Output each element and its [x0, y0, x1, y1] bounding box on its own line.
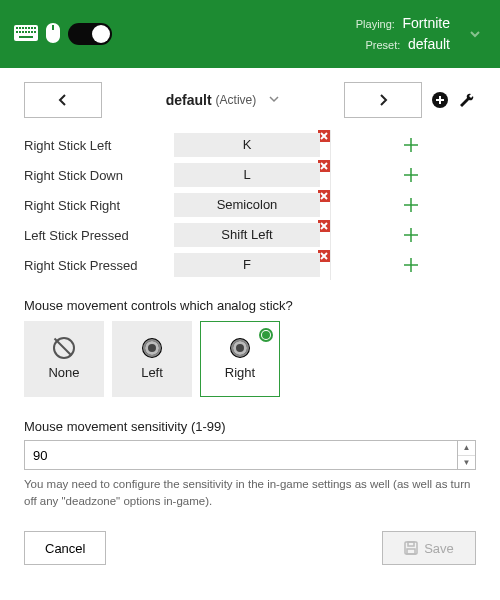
- svg-rect-2: [19, 27, 21, 29]
- svg-rect-9: [19, 31, 21, 33]
- stick-option-none[interactable]: None: [24, 321, 104, 397]
- mapping-label: Right Stick Right: [24, 198, 174, 213]
- stick-option-right[interactable]: Right: [200, 321, 280, 397]
- add-preset-button[interactable]: [430, 90, 450, 110]
- preset-status-text: (Active): [216, 93, 257, 107]
- footer: Cancel Save: [10, 509, 490, 565]
- add-mapping-button[interactable]: [330, 190, 490, 220]
- main-panel: default (Active) Right Stick Left K Righ…: [0, 68, 500, 600]
- preset-name-text: default: [166, 92, 212, 108]
- stick-option-left[interactable]: Left: [112, 321, 192, 397]
- mapping-key[interactable]: K: [174, 133, 320, 157]
- mapping-label: Left Stick Pressed: [24, 228, 174, 243]
- spinner-up[interactable]: ▲: [458, 441, 475, 456]
- save-button: Save: [382, 531, 476, 565]
- svg-rect-12: [28, 31, 30, 33]
- mapping-key[interactable]: F: [174, 253, 320, 277]
- spinner-down[interactable]: ▼: [458, 456, 475, 470]
- app-header: Playing: Fortnite Preset: default: [0, 0, 500, 68]
- svg-rect-8: [16, 31, 18, 33]
- add-mapping-button[interactable]: [330, 160, 490, 190]
- svg-rect-6: [31, 27, 33, 29]
- preset-bar: default (Active): [10, 82, 490, 130]
- svg-rect-14: [34, 31, 36, 33]
- mouse-stick-question: Mouse movement controls which analog sti…: [10, 280, 490, 321]
- svg-rect-11: [25, 31, 27, 33]
- preset-value: default: [408, 36, 450, 52]
- svg-rect-4: [25, 27, 27, 29]
- playing-label: Playing:: [356, 18, 395, 30]
- stick-option-group: None Left Right: [10, 321, 490, 397]
- sensitivity-spinner: ▲ ▼: [458, 440, 476, 470]
- mapping-label: Right Stick Down: [24, 168, 174, 183]
- stick-option-label: Left: [141, 365, 163, 380]
- svg-rect-1: [16, 27, 18, 29]
- mapping-key[interactable]: L: [174, 163, 320, 187]
- mapping-table: Right Stick Left K Right Stick Down L Ri…: [10, 130, 490, 280]
- table-row: Left Stick Pressed Shift Left: [24, 220, 490, 250]
- svg-rect-15: [19, 36, 33, 38]
- sensitivity-input[interactable]: [24, 440, 458, 470]
- svg-rect-5: [28, 27, 30, 29]
- playing-value: Fortnite: [403, 15, 450, 31]
- svg-rect-10: [22, 31, 24, 33]
- master-toggle[interactable]: [68, 23, 112, 45]
- table-row: Right Stick Left K: [24, 130, 490, 160]
- prev-preset-button[interactable]: [24, 82, 102, 118]
- chevron-down-icon: [268, 93, 280, 108]
- keyboard-icon: [14, 25, 38, 44]
- svg-rect-16: [52, 25, 54, 30]
- table-row: Right Stick Right Semicolon: [24, 190, 490, 220]
- header-expand-icon[interactable]: [464, 23, 486, 45]
- none-icon: [55, 339, 73, 357]
- preset-label: Preset:: [365, 39, 400, 51]
- header-left: [14, 23, 112, 46]
- cancel-button[interactable]: Cancel: [24, 531, 106, 565]
- radio-indicator: [259, 328, 273, 342]
- header-right: Playing: Fortnite Preset: default: [356, 13, 486, 55]
- mapping-label: Right Stick Pressed: [24, 258, 174, 273]
- cancel-button-label: Cancel: [45, 541, 85, 556]
- stick-option-label: None: [48, 365, 79, 380]
- save-icon: [404, 541, 418, 555]
- svg-rect-3: [22, 27, 24, 29]
- sensitivity-label: Mouse movement sensitivity (1-99): [10, 397, 490, 440]
- analog-stick-icon: [143, 339, 161, 357]
- svg-rect-7: [34, 27, 36, 29]
- preset-dropdown[interactable]: default (Active): [110, 92, 336, 108]
- settings-button[interactable]: [458, 91, 476, 109]
- svg-rect-41: [408, 542, 414, 546]
- mapping-key[interactable]: Shift Left: [174, 223, 320, 247]
- header-info: Playing: Fortnite Preset: default: [356, 13, 450, 55]
- mapping-key[interactable]: Semicolon: [174, 193, 320, 217]
- mapping-label: Right Stick Left: [24, 138, 174, 153]
- save-button-label: Save: [424, 541, 454, 556]
- next-preset-button[interactable]: [344, 82, 422, 118]
- sensitivity-row: ▲ ▼: [10, 440, 490, 470]
- mouse-icon: [46, 23, 60, 46]
- add-mapping-button[interactable]: [330, 130, 490, 160]
- sensitivity-hint: You may need to configure the sensitivit…: [10, 470, 490, 509]
- add-mapping-button[interactable]: [330, 250, 490, 280]
- table-row: Right Stick Down L: [24, 160, 490, 190]
- stick-option-label: Right: [225, 365, 255, 380]
- add-mapping-button[interactable]: [330, 220, 490, 250]
- toggle-knob: [92, 25, 110, 43]
- svg-rect-13: [31, 31, 33, 33]
- svg-rect-42: [407, 549, 415, 554]
- analog-stick-icon: [231, 339, 249, 357]
- table-row: Right Stick Pressed F: [24, 250, 490, 280]
